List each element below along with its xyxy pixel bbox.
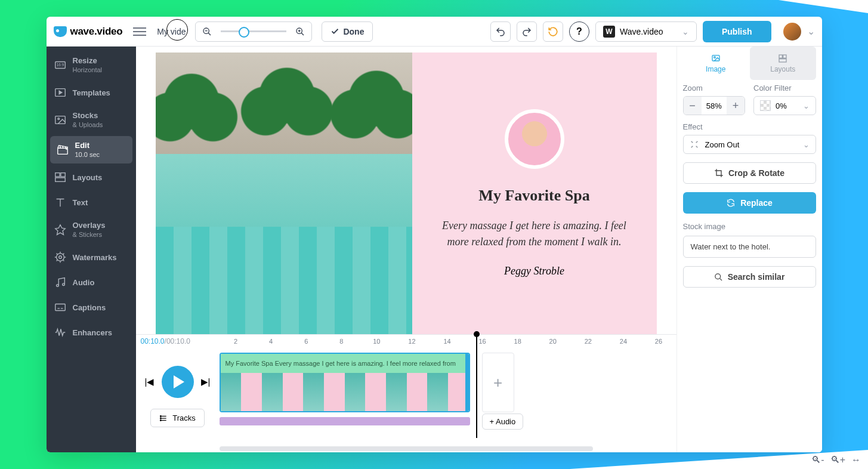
sidebar-item-layouts[interactable]: Layouts [47, 165, 136, 190]
layouts-icon [776, 54, 790, 63]
add-audio-button[interactable]: + Audio [482, 414, 524, 430]
menu-icon[interactable] [133, 27, 146, 36]
timeline-tracks[interactable]: My Favorite Spa Every massage I get here… [220, 348, 677, 445]
templates-icon [54, 86, 67, 99]
tab-layouts[interactable]: Layouts [750, 47, 816, 80]
help-button[interactable]: ? [569, 21, 589, 42]
chevron-down-icon: ⌄ [803, 140, 810, 149]
main-area: 16:9ResizeHorizontalTemplatesStocks& Upl… [47, 47, 822, 452]
svg-point-19 [58, 256, 61, 259]
svg-line-35 [719, 278, 722, 280]
canvas-text-panel[interactable]: My Favorite Spa Every massage I get here… [412, 53, 657, 334]
clapper-icon [56, 143, 69, 156]
zoom-in-icon[interactable] [292, 24, 308, 39]
sidebar-item-audio[interactable]: Audio [47, 270, 136, 295]
svg-rect-22 [55, 304, 65, 311]
replace-button[interactable]: Replace [683, 192, 816, 214]
zoom-increase-button[interactable]: + [727, 97, 745, 115]
sidebar-item-title: Stocks [73, 111, 103, 120]
playback-controls: |◀ ▶| Tracks [136, 348, 220, 445]
undo-button[interactable] [490, 21, 511, 42]
sidebar-item-templates[interactable]: Templates [47, 80, 136, 105]
canvas-zoom-group [195, 21, 312, 42]
canvas-area: My Favorite Spa Every massage I get here… [136, 47, 677, 452]
publish-button[interactable]: Publish [703, 21, 771, 42]
tab-layouts-label: Layouts [770, 65, 795, 73]
crop-rotate-button[interactable]: Crop & Rotate [683, 162, 816, 184]
skip-start-button[interactable]: |◀ [145, 377, 155, 387]
text-icon [54, 196, 67, 209]
svg-point-30 [713, 56, 715, 58]
sidebar-item-captions[interactable]: Captions [47, 295, 136, 320]
sidebar-item-title: Templates [73, 88, 110, 97]
done-button[interactable]: Done [322, 21, 373, 42]
timeline-scrollbar[interactable] [220, 446, 593, 451]
tracks-label: Tracks [172, 414, 196, 422]
timeline: 00:10.0/00:10.0 2468101214161820222426 |… [136, 334, 677, 452]
svg-line-4 [301, 33, 304, 35]
image-icon [709, 54, 723, 63]
sidebar-item-watermarks[interactable]: Watermarks [47, 245, 136, 270]
svg-rect-33 [779, 58, 786, 61]
svg-point-21 [62, 283, 64, 286]
crop-icon [714, 168, 724, 178]
sidebar-item-stocks[interactable]: Stocks& Uploads [47, 105, 136, 135]
zoom-out-icon[interactable] [199, 24, 215, 39]
image-icon [54, 113, 67, 126]
stock-image-value[interactable]: Water next to the hotel. [683, 236, 816, 258]
redo-button[interactable] [517, 21, 537, 42]
add-scene-button[interactable]: + [482, 353, 514, 412]
sidebar-item-resize[interactable]: 16:9ResizeHorizontal [47, 50, 136, 80]
sidebar-item-edit[interactable]: Edit10.0 sec [50, 136, 132, 163]
search-similar-label: Search similar [728, 272, 785, 282]
zoom-value: 58% [702, 97, 727, 115]
sidebar-item-enhancers[interactable]: Enhancers [47, 320, 136, 345]
sidebar-item-overlays[interactable]: Overlays& Stickers [47, 215, 136, 245]
ruler-mark: 4 [254, 338, 289, 345]
user-menu-chevron-icon[interactable]: ⌄ [807, 26, 815, 37]
ruler-mark: 10 [359, 338, 394, 345]
canvas-frame[interactable]: My Favorite Spa Every massage I get here… [156, 53, 657, 334]
search-similar-button[interactable]: Search similar [683, 266, 816, 288]
color-filter-dropdown[interactable]: 0% ⌄ [753, 96, 816, 115]
playhead[interactable] [476, 335, 477, 438]
time-current: 00:10.0 [141, 337, 165, 345]
timeline-ruler[interactable]: 2468101214161820222426 [218, 338, 677, 345]
sidebar-item-text[interactable]: Text [47, 190, 136, 215]
svg-point-18 [56, 254, 64, 261]
tracks-button[interactable]: Tracks [150, 409, 205, 427]
clip-text-preview: My Favorite Spa Every massage I get here… [221, 354, 469, 373]
publish-label: Publish [722, 27, 752, 36]
sidebar-item-sub: & Uploads [73, 121, 103, 128]
tab-image[interactable]: Image [683, 47, 749, 80]
captions-icon [54, 301, 67, 314]
ruler-mark: 12 [394, 338, 430, 345]
replace-label: Replace [740, 198, 773, 208]
workspace-dropdown[interactable]: W Wave.video ⌄ [595, 21, 697, 42]
project-name[interactable]: My vide [157, 27, 186, 36]
sidebar-item-sub: Horizontal [73, 66, 103, 73]
zoom-slider[interactable] [221, 30, 286, 32]
refresh-button[interactable] [543, 21, 563, 42]
user-avatar[interactable] [783, 23, 801, 41]
wave-icon [54, 326, 67, 339]
svg-point-20 [56, 285, 58, 287]
play-button[interactable] [162, 366, 194, 398]
video-clip[interactable]: My Favorite Spa Every massage I get here… [220, 353, 470, 412]
zoom-decrease-button[interactable]: − [684, 97, 702, 115]
canvas-image[interactable] [156, 53, 412, 334]
replace-icon [726, 198, 736, 208]
checker-icon [760, 100, 771, 111]
svg-marker-10 [59, 91, 62, 94]
ruler-mark: 14 [430, 338, 465, 345]
svg-rect-16 [55, 178, 65, 181]
skip-end-button[interactable]: ▶| [201, 377, 211, 387]
brand-logo[interactable]: wave.video [54, 26, 123, 38]
audio-track[interactable] [220, 417, 470, 425]
timeline-ruler-row: 00:10.0/00:10.0 2468101214161820222426 [136, 335, 677, 348]
done-label: Done [343, 27, 364, 36]
clip-trim-handle[interactable] [465, 353, 470, 412]
testimonial-avatar [505, 109, 564, 169]
effect-dropdown[interactable]: Zoom Out ⌄ [683, 135, 816, 154]
ruler-mark: 26 [641, 338, 676, 345]
